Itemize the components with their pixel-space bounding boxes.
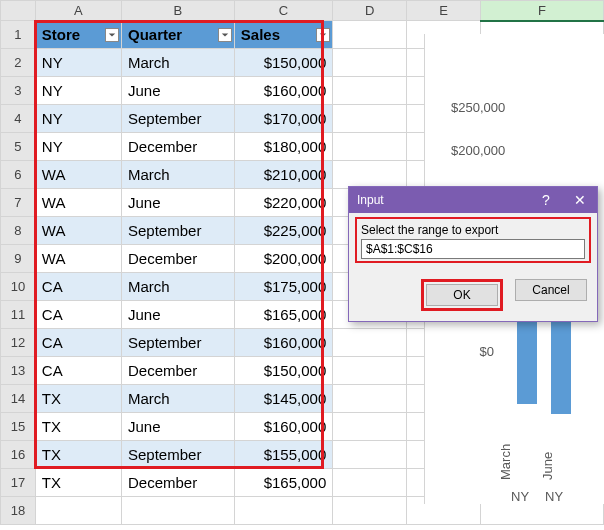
cell-sales[interactable]: $160,000	[234, 413, 332, 441]
help-button[interactable]: ?	[529, 187, 563, 213]
cell-store[interactable]: CA	[35, 301, 121, 329]
table-header-sales[interactable]: Sales	[234, 21, 332, 49]
cell-quarter[interactable]: June	[122, 189, 235, 217]
cell[interactable]	[333, 413, 407, 441]
row-header[interactable]: 10	[1, 273, 36, 301]
row-header[interactable]: 16	[1, 441, 36, 469]
cell-sales[interactable]: $150,000	[234, 49, 332, 77]
row-header[interactable]: 3	[1, 77, 36, 105]
col-header-E[interactable]: E	[407, 1, 481, 21]
row-header[interactable]: 15	[1, 413, 36, 441]
cell-store[interactable]: WA	[35, 189, 121, 217]
cell-store[interactable]: CA	[35, 357, 121, 385]
row-header[interactable]: 2	[1, 49, 36, 77]
cell[interactable]	[35, 497, 121, 525]
cell[interactable]	[333, 161, 407, 189]
row-header[interactable]: 12	[1, 329, 36, 357]
row-header[interactable]: 1	[1, 21, 36, 49]
dialog-titlebar[interactable]: Input ? ✕	[349, 187, 597, 213]
cell-sales[interactable]: $225,000	[234, 217, 332, 245]
cell[interactable]	[122, 497, 235, 525]
cell-store[interactable]: TX	[35, 385, 121, 413]
cell-quarter[interactable]: September	[122, 105, 235, 133]
cell-store[interactable]: NY	[35, 77, 121, 105]
cell-store[interactable]: WA	[35, 217, 121, 245]
cell-store[interactable]: CA	[35, 329, 121, 357]
row-header[interactable]: 11	[1, 301, 36, 329]
cell-store[interactable]: NY	[35, 49, 121, 77]
cell-quarter[interactable]: March	[122, 273, 235, 301]
cell-sales[interactable]: $160,000	[234, 77, 332, 105]
cell-sales[interactable]: $165,000	[234, 301, 332, 329]
cell-quarter[interactable]: March	[122, 161, 235, 189]
cell-quarter[interactable]: June	[122, 301, 235, 329]
row-header[interactable]: 6	[1, 161, 36, 189]
filter-icon[interactable]	[316, 28, 330, 42]
cell-quarter[interactable]: September	[122, 217, 235, 245]
cell-sales[interactable]: $170,000	[234, 105, 332, 133]
row-header[interactable]: 17	[1, 469, 36, 497]
filter-icon[interactable]	[218, 28, 232, 42]
col-header-C[interactable]: C	[234, 1, 332, 21]
cell[interactable]	[333, 21, 407, 49]
cell[interactable]	[333, 385, 407, 413]
close-button[interactable]: ✕	[563, 187, 597, 213]
cell-quarter[interactable]: June	[122, 77, 235, 105]
cell-sales[interactable]: $210,000	[234, 161, 332, 189]
cell[interactable]	[333, 105, 407, 133]
filter-icon[interactable]	[105, 28, 119, 42]
col-header-D[interactable]: D	[333, 1, 407, 21]
cell-store[interactable]: WA	[35, 245, 121, 273]
cell-quarter[interactable]: December	[122, 469, 235, 497]
row-header[interactable]: 8	[1, 217, 36, 245]
cancel-button[interactable]: Cancel	[515, 279, 587, 301]
cell-store[interactable]: NY	[35, 105, 121, 133]
cell-sales[interactable]: $160,000	[234, 329, 332, 357]
cell-quarter[interactable]: September	[122, 441, 235, 469]
table-header-store[interactable]: Store	[35, 21, 121, 49]
col-header-A[interactable]: A	[35, 1, 121, 21]
cell-quarter[interactable]: December	[122, 245, 235, 273]
cell-quarter[interactable]: June	[122, 413, 235, 441]
cell-sales[interactable]: $175,000	[234, 273, 332, 301]
row-header[interactable]: 7	[1, 189, 36, 217]
cell[interactable]	[333, 357, 407, 385]
cell[interactable]	[333, 441, 407, 469]
cell[interactable]	[333, 49, 407, 77]
row-header[interactable]: 9	[1, 245, 36, 273]
row-header[interactable]: 14	[1, 385, 36, 413]
col-header-B[interactable]: B	[122, 1, 235, 21]
cell-quarter[interactable]: March	[122, 385, 235, 413]
cell-sales[interactable]: $155,000	[234, 441, 332, 469]
row-header[interactable]: 4	[1, 105, 36, 133]
cell-quarter[interactable]: December	[122, 133, 235, 161]
cell[interactable]	[333, 329, 407, 357]
range-input[interactable]	[361, 239, 585, 259]
row-header[interactable]: 18	[1, 497, 36, 525]
cell[interactable]	[333, 77, 407, 105]
cell-sales[interactable]: $200,000	[234, 245, 332, 273]
cell-sales[interactable]: $145,000	[234, 385, 332, 413]
table-header-quarter[interactable]: Quarter	[122, 21, 235, 49]
row-header[interactable]: 5	[1, 133, 36, 161]
cell-store[interactable]: NY	[35, 133, 121, 161]
cell-sales[interactable]: $150,000	[234, 357, 332, 385]
cell[interactable]	[333, 133, 407, 161]
cell-store[interactable]: CA	[35, 273, 121, 301]
row-header[interactable]: 13	[1, 357, 36, 385]
cell-quarter[interactable]: September	[122, 329, 235, 357]
cell-store[interactable]: TX	[35, 469, 121, 497]
cell[interactable]	[333, 469, 407, 497]
cell-sales[interactable]: $165,000	[234, 469, 332, 497]
cell-quarter[interactable]: December	[122, 357, 235, 385]
cell-sales[interactable]: $220,000	[234, 189, 332, 217]
cell[interactable]	[234, 497, 332, 525]
select-all-cell[interactable]	[1, 1, 36, 21]
ok-button[interactable]: OK	[426, 284, 498, 306]
cell-quarter[interactable]: March	[122, 49, 235, 77]
cell-sales[interactable]: $180,000	[234, 133, 332, 161]
col-header-F[interactable]: F	[480, 1, 603, 21]
cell-store[interactable]: TX	[35, 441, 121, 469]
cell-store[interactable]: WA	[35, 161, 121, 189]
cell-store[interactable]: TX	[35, 413, 121, 441]
